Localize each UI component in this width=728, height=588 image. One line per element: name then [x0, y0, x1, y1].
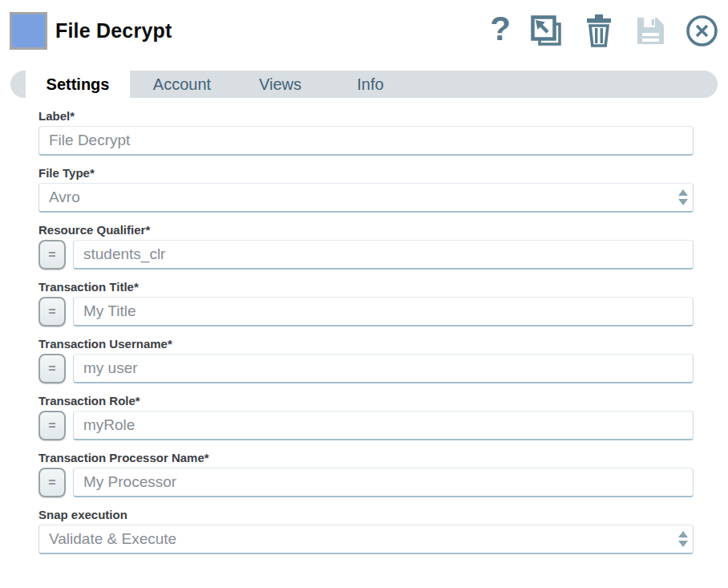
transaction-role-input[interactable] — [73, 411, 694, 440]
field-file-type: File Type* Avro — [38, 166, 694, 213]
tab-info-label: Info — [357, 75, 383, 94]
close-icon — [686, 14, 718, 47]
expression-toggle-button[interactable]: = — [38, 240, 66, 270]
page-title: File Decrypt — [55, 19, 172, 43]
field-transaction-processor-name-caption: Transaction Processor Name* — [38, 451, 694, 464]
transaction-processor-name-input[interactable] — [73, 468, 694, 497]
field-label: Label* — [38, 109, 694, 156]
transaction-username-input[interactable] — [73, 354, 694, 383]
open-in-new-button[interactable] — [529, 14, 564, 48]
delete-button[interactable] — [582, 13, 616, 48]
tab-info[interactable]: Info — [326, 71, 415, 98]
expression-toggle-button[interactable]: = — [38, 468, 66, 497]
field-snap-execution-caption: Snap execution — [38, 508, 694, 521]
field-resource-qualifier-caption: Resource Qualifier* — [38, 223, 694, 237]
field-resource-qualifier: Resource Qualifier* = — [38, 223, 694, 270]
tab-account[interactable]: Account — [130, 71, 234, 98]
snap-execution-selected-value: Validate & Execute — [49, 530, 176, 548]
field-snap-execution: Snap execution Validate & Execute — [38, 508, 694, 554]
select-spinner-icon — [678, 189, 688, 205]
field-transaction-role: Transaction Role* = — [38, 394, 694, 440]
tab-views-label: Views — [259, 75, 301, 94]
field-transaction-username: Transaction Username* = — [38, 337, 694, 383]
close-button[interactable] — [686, 14, 718, 47]
snap-execution-select[interactable]: Validate & Execute — [38, 525, 694, 554]
field-transaction-role-caption: Transaction Role* — [38, 394, 694, 408]
tab-bar: Settings Account Views Info — [10, 71, 718, 98]
snap-color-swatch — [10, 12, 47, 50]
field-file-type-caption: File Type* — [38, 166, 694, 180]
open-in-new-icon — [529, 14, 564, 48]
resource-qualifier-input[interactable] — [73, 240, 694, 270]
field-transaction-title: Transaction Title* = — [38, 280, 694, 326]
dialog-header: File Decrypt ? — [0, 0, 728, 55]
transaction-title-input[interactable] — [73, 297, 694, 326]
header-toolbar: ? — [490, 13, 720, 48]
tab-account-label: Account — [153, 75, 211, 94]
field-transaction-processor-name: Transaction Processor Name* = — [38, 451, 694, 497]
expression-toggle-button[interactable]: = — [38, 297, 66, 326]
expression-toggle-button[interactable]: = — [38, 411, 66, 440]
tab-settings[interactable]: Settings — [26, 71, 130, 98]
file-type-selected-value: Avro — [49, 189, 80, 206]
trash-icon — [582, 13, 616, 48]
field-transaction-title-caption: Transaction Title* — [38, 280, 694, 294]
field-label-caption: Label* — [38, 109, 694, 123]
help-button[interactable]: ? — [490, 14, 511, 47]
expression-toggle-button[interactable]: = — [38, 354, 66, 383]
settings-form: Label* File Type* Avro Resource Qualifie… — [0, 98, 728, 554]
help-icon: ? — [490, 13, 511, 45]
select-spinner-icon — [678, 531, 688, 547]
tab-settings-label: Settings — [47, 75, 110, 94]
save-icon — [634, 14, 667, 47]
label-input[interactable] — [38, 126, 694, 156]
save-button[interactable] — [634, 14, 667, 47]
file-type-select[interactable]: Avro — [38, 183, 694, 213]
field-transaction-username-caption: Transaction Username* — [38, 337, 694, 351]
tab-views[interactable]: Views — [234, 71, 326, 98]
